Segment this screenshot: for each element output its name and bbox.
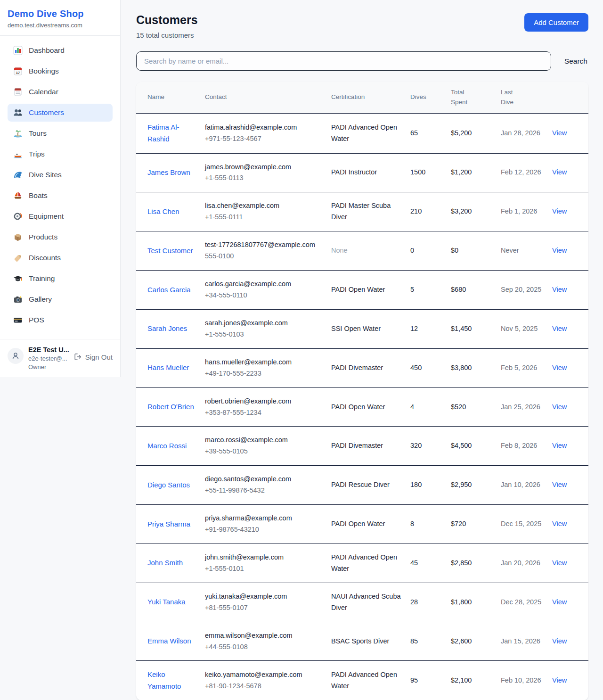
customer-dives: 210	[410, 207, 422, 215]
customer-phone: +39-555-0105	[205, 446, 326, 457]
add-customer-button[interactable]: Add Customer	[524, 13, 588, 32]
sidebar-item-boats[interactable]: Boats	[8, 187, 113, 205]
sidebar-item-customers[interactable]: Customers	[8, 104, 113, 122]
view-link[interactable]: View	[552, 637, 567, 645]
customer-certification: PADI Advanced Open Water	[331, 124, 397, 142]
view-link[interactable]: View	[552, 168, 567, 176]
view-link[interactable]: View	[552, 559, 567, 567]
user-role: Owner	[28, 363, 69, 371]
search-button[interactable]: Search	[563, 55, 588, 67]
customer-name-link[interactable]: Emma Wilson	[147, 635, 191, 647]
customer-name-link[interactable]: Carlos Garcia	[147, 284, 191, 296]
customer-certification: PADI Instructor	[331, 168, 377, 176]
customer-total-spent: $4,500	[451, 442, 472, 449]
view-link[interactable]: View	[552, 286, 567, 293]
customer-last-dive: Dec 15, 2025	[501, 520, 541, 527]
customer-phone: +971-55-123-4567	[205, 133, 326, 145]
sidebar: Demo Dive Shop demo.test.divestreams.com…	[0, 0, 121, 377]
sidebar-item-tours[interactable]: Tours	[8, 124, 113, 142]
view-link[interactable]: View	[552, 207, 567, 215]
view-link[interactable]: View	[552, 129, 567, 137]
user-name: E2E Test U...	[28, 346, 69, 354]
view-link[interactable]: View	[552, 676, 567, 684]
table-row: Robert O'Brien robert.obrien@example.com…	[136, 387, 588, 427]
customer-dives: 12	[410, 325, 418, 332]
customer-name-link[interactable]: John Smith	[147, 557, 183, 569]
view-link[interactable]: View	[552, 247, 567, 254]
customer-certification: PADI Divemaster	[331, 364, 383, 371]
customer-name-link[interactable]: Sarah Jones	[147, 323, 187, 335]
customer-dives: 8	[410, 520, 414, 527]
customer-total-spent: $720	[451, 520, 466, 527]
customer-last-dive: Nov 5, 2025	[501, 325, 538, 332]
sidebar-item-trips[interactable]: Trips	[8, 145, 113, 163]
customer-phone: +44-555-0108	[205, 642, 326, 653]
view-link[interactable]: View	[552, 403, 567, 411]
customer-dives: 0	[410, 247, 414, 254]
customer-name-link[interactable]: Marco Rossi	[147, 440, 187, 452]
search-input[interactable]	[136, 51, 551, 71]
customer-email: emma.wilson@example.com	[205, 630, 326, 642]
view-link[interactable]: View	[552, 442, 567, 449]
search-bar: Search	[136, 51, 588, 71]
sidebar-item-equipment[interactable]: Equipment	[8, 207, 113, 225]
equipment-icon	[13, 212, 23, 221]
bookings-icon	[13, 66, 23, 76]
view-link[interactable]: View	[552, 364, 567, 371]
customer-phone: +1-555-0113	[205, 173, 326, 184]
customer-phone: +55-11-99876-5432	[205, 485, 326, 496]
column-header-contact: Contact	[205, 82, 331, 113]
customer-total-spent: $5,200	[451, 129, 472, 137]
customer-name-link[interactable]: Hans Mueller	[147, 362, 189, 374]
training-icon	[13, 274, 23, 283]
sidebar-item-discounts[interactable]: Discounts	[8, 249, 113, 267]
table-row: Hans Mueller hans.mueller@example.com +4…	[136, 348, 588, 387]
sidebar-item-dashboard[interactable]: Dashboard	[8, 41, 113, 59]
customer-phone: +1-555-0103	[205, 329, 326, 340]
customer-last-dive: Sep 20, 2025	[501, 286, 541, 293]
table-row: Test Customer test-1772681807767@example…	[136, 231, 588, 271]
view-link[interactable]: View	[552, 325, 567, 332]
customer-phone: +1-555-0101	[205, 563, 326, 575]
sidebar-item-bookings[interactable]: Bookings	[8, 62, 113, 80]
sidebar-item-training[interactable]: Training	[8, 270, 113, 288]
customer-certification: SSI Open Water	[331, 325, 381, 332]
column-header-dives: Dives	[410, 82, 451, 113]
customer-last-dive: Feb 1, 2026	[501, 207, 537, 215]
sidebar-item-products[interactable]: Products	[8, 228, 113, 246]
view-link[interactable]: View	[552, 481, 567, 488]
customer-name-link[interactable]: Test Customer	[147, 245, 193, 257]
customer-name-link[interactable]: Priya Sharma	[147, 519, 190, 530]
customer-dives: 45	[410, 559, 418, 567]
customer-name-link[interactable]: Lisa Chen	[147, 206, 179, 218]
customer-dives: 28	[410, 598, 418, 606]
customer-name-link[interactable]: Yuki Tanaka	[147, 596, 186, 608]
avatar	[8, 348, 24, 364]
customer-certification: PADI Advanced Open Water	[331, 553, 397, 572]
sidebar-item-dive-sites[interactable]: Dive Sites	[8, 166, 113, 184]
sign-out-label: Sign Out	[85, 353, 113, 361]
table-row: Diego Santos diego.santos@example.com +5…	[136, 466, 588, 505]
sidebar-item-pos[interactable]: POS	[8, 311, 113, 329]
view-link[interactable]: View	[552, 520, 567, 527]
customer-name-link[interactable]: Fatima Al-Rashid	[147, 122, 199, 145]
sidebar-item-gallery[interactable]: Gallery	[8, 290, 113, 308]
customer-certification: None	[331, 247, 348, 254]
customer-total-spent: $3,200	[451, 207, 472, 215]
customer-total-spent: $1,800	[451, 598, 472, 606]
sidebar-item-calendar[interactable]: Calendar	[8, 83, 113, 101]
customer-dives: 5	[410, 286, 414, 293]
customer-last-dive: Feb 10, 2026	[501, 676, 541, 684]
customer-email: diego.santos@example.com	[205, 474, 326, 485]
customer-name-link[interactable]: Robert O'Brien	[147, 401, 194, 413]
customer-email: carlos.garcia@example.com	[205, 279, 326, 290]
view-link[interactable]: View	[552, 598, 567, 606]
sign-out-button[interactable]: Sign Out	[73, 353, 113, 361]
customer-total-spent: $2,100	[451, 676, 472, 684]
tours-icon	[13, 129, 23, 138]
customer-total-spent: $3,800	[451, 364, 472, 371]
shop-name[interactable]: Demo Dive Shop	[8, 8, 113, 19]
customer-name-link[interactable]: Keiko Yamamoto	[147, 669, 199, 692]
customer-name-link[interactable]: Diego Santos	[147, 479, 190, 491]
customer-name-link[interactable]: James Brown	[147, 167, 190, 179]
